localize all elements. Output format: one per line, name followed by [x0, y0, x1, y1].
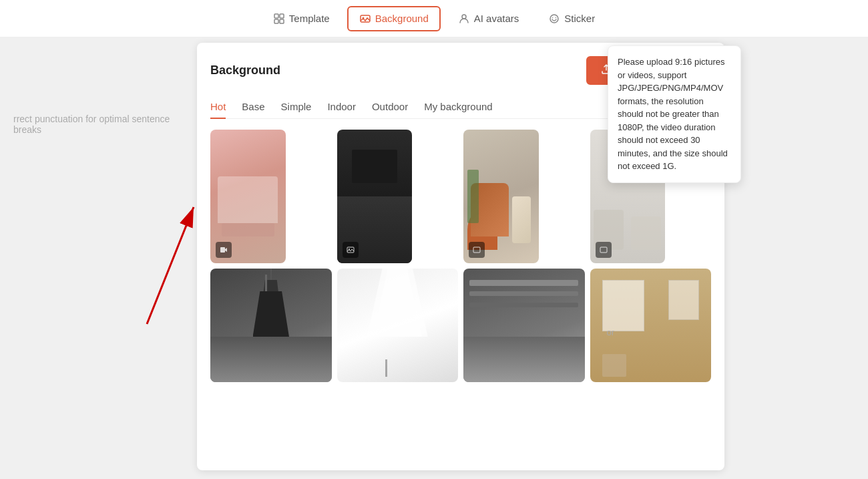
image-icon — [343, 242, 359, 258]
top-navigation: Template Background AI avatars — [0, 0, 868, 37]
template-icon — [273, 13, 285, 25]
svg-rect-2 — [274, 19, 278, 23]
background-item-office[interactable] — [463, 269, 585, 382]
svg-point-7 — [550, 15, 558, 23]
image-icon-3 — [469, 242, 485, 258]
upload-tooltip: Please upload 9:16 pictures or videos, s… — [608, 45, 741, 183]
tooltip-text: Please upload 9:16 pictures or videos, s… — [618, 57, 728, 171]
tab-outdoor[interactable]: Outdoor — [372, 96, 408, 119]
svg-rect-15 — [473, 247, 480, 253]
tab-base[interactable]: Base — [242, 96, 264, 119]
nav-ai-avatars-label: AI avatars — [474, 13, 519, 24]
svg-point-9 — [556, 17, 557, 18]
or-text: or — [606, 327, 614, 337]
svg-rect-12 — [220, 247, 225, 253]
background-item-corridor[interactable] — [210, 269, 332, 382]
nav-sticker-label: Sticker — [564, 13, 595, 24]
background-item-gallery[interactable] — [590, 269, 712, 382]
arrow-indicator — [40, 200, 200, 334]
sticker-icon — [548, 13, 560, 25]
svg-rect-3 — [280, 19, 284, 23]
svg-rect-0 — [274, 14, 278, 18]
background-grid-row2 — [210, 269, 711, 382]
background-item-light[interactable] — [337, 269, 459, 382]
nav-item-background[interactable]: Background — [347, 6, 441, 31]
background-item-kitchen[interactable] — [337, 130, 413, 263]
nav-item-template[interactable]: Template — [261, 6, 342, 31]
left-text: rrect punctuation for optimal sentence b… — [0, 107, 194, 142]
tab-simple[interactable]: Simple — [281, 96, 312, 119]
background-icon — [359, 13, 371, 25]
svg-point-6 — [462, 15, 466, 19]
svg-point-8 — [552, 17, 554, 18]
video-icon — [216, 242, 232, 258]
nav-item-sticker[interactable]: Sticker — [536, 6, 607, 31]
nav-background-label: Background — [375, 13, 429, 24]
background-item-bedroom[interactable] — [210, 130, 286, 263]
image-icon-4 — [596, 242, 612, 258]
svg-rect-1 — [280, 14, 284, 18]
background-item-living-room[interactable] — [463, 130, 539, 263]
avatar-icon — [458, 13, 470, 25]
svg-line-11 — [147, 207, 194, 324]
nav-template-label: Template — [289, 13, 330, 24]
tab-my-background[interactable]: My background — [424, 96, 493, 119]
nav-item-ai-avatars[interactable]: AI avatars — [446, 6, 531, 31]
tab-hot[interactable]: Hot — [210, 96, 226, 119]
svg-rect-16 — [600, 247, 607, 253]
panel-title: Background — [210, 63, 280, 77]
tab-indoor[interactable]: Indoor — [327, 96, 356, 119]
